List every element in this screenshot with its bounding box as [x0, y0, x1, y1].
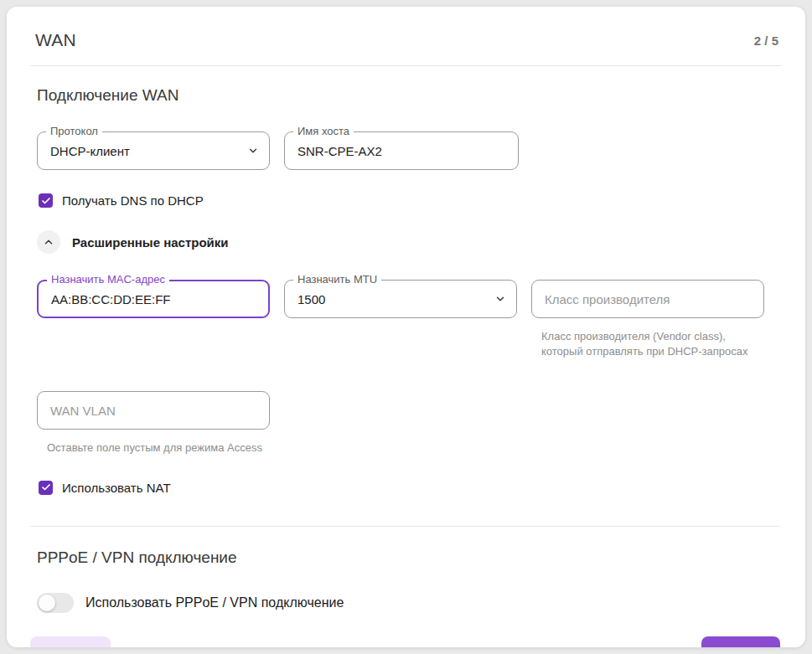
wan-section-title: Подключение WAN: [37, 86, 780, 105]
toggle-knob[interactable]: [39, 595, 55, 611]
checkbox-checked-icon[interactable]: [39, 193, 53, 208]
wan-vlan-input[interactable]: [38, 392, 269, 429]
section-divider: [30, 526, 780, 527]
dns-checkbox-label: Получать DNS по DHCP: [62, 193, 204, 208]
protocol-select[interactable]: Протокол DHCP-клиент: [37, 131, 270, 170]
advanced-fields-row: Назначить MAC-адрес Назначить MTU 1500 К…: [37, 280, 780, 359]
step-indicator: 2 / 5: [754, 33, 778, 48]
mtu-selected-value[interactable]: 1500: [285, 281, 516, 317]
protocol-label: Протокол: [46, 125, 102, 137]
nat-checkbox-label: Использовать NAT: [62, 481, 171, 495]
wan-vlan-helper: Оставьте поле пустым для режима Access: [47, 440, 275, 456]
wizard-footer: Назад Далее: [30, 636, 780, 647]
vendor-class-column: Класс производителя (Vendor class), кото…: [531, 280, 769, 359]
hostname-input[interactable]: [285, 132, 518, 169]
chevron-up-icon: [43, 236, 54, 248]
wan-fields-row: Протокол DHCP-клиент Имя хоста: [37, 131, 780, 170]
mtu-label: Назначить MTU: [293, 273, 381, 286]
pppoe-toggle-label: Использовать PPPoE / VPN подключение: [85, 595, 344, 610]
pppoe-section-title: PPPoE / VPN подключение: [37, 548, 780, 567]
wan-setup-card: WAN 2 / 5 Подключение WAN Протокол DHCP-…: [7, 7, 805, 647]
nat-checkbox[interactable]: Использовать NAT: [39, 481, 780, 495]
back-button[interactable]: Назад: [30, 636, 111, 647]
advanced-settings-header[interactable]: Расширенные настройки: [37, 230, 780, 254]
wan-vlan-field: [37, 391, 270, 430]
mtu-select[interactable]: Назначить MTU 1500: [284, 280, 517, 318]
advanced-settings-title: Расширенные настройки: [72, 235, 229, 250]
pppoe-toggle[interactable]: [37, 593, 74, 613]
wan-vlan-column: Оставьте поле пустым для режима Access: [37, 391, 780, 456]
pppoe-toggle-row: Использовать PPPoE / VPN подключение: [37, 593, 780, 613]
collapse-button[interactable]: [37, 230, 60, 254]
hostname-label: Имя хоста: [293, 125, 354, 137]
hostname-field: Имя хоста: [284, 131, 519, 170]
dns-checkbox[interactable]: Получать DNS по DHCP: [39, 193, 780, 208]
header-divider: [30, 65, 782, 66]
mac-address-label: Назначить MAC-адрес: [47, 273, 169, 286]
mac-address-field: Назначить MAC-адрес: [37, 280, 270, 318]
page-title: WAN: [35, 30, 76, 50]
vendor-class-field: [531, 280, 764, 318]
vendor-class-input[interactable]: [532, 281, 763, 317]
next-button[interactable]: Далее: [701, 636, 780, 647]
checkbox-checked-icon[interactable]: [39, 481, 53, 495]
protocol-selected-value[interactable]: DHCP-клиент: [38, 132, 269, 169]
card-header: WAN 2 / 5: [30, 27, 780, 50]
vendor-class-helper: Класс производителя (Vendor class), кото…: [541, 329, 769, 359]
mac-address-input[interactable]: [39, 281, 268, 317]
